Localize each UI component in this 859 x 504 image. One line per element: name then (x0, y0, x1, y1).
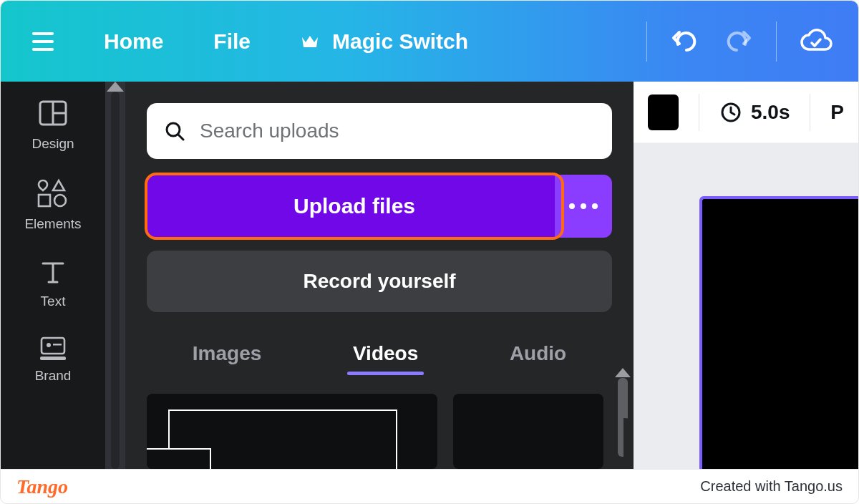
svg-rect-8 (40, 357, 66, 360)
tango-footer: Tango Created with Tango.us (1, 469, 858, 503)
toolbar-divider (810, 94, 810, 131)
rail-text-label: Text (41, 294, 66, 309)
svg-point-6 (47, 343, 51, 347)
tab-videos[interactable]: Videos (353, 342, 418, 375)
search-uploads[interactable] (147, 103, 612, 159)
rail-scrollbar[interactable] (105, 82, 125, 469)
more-icon (569, 203, 598, 209)
svg-rect-5 (42, 338, 64, 354)
svg-rect-7 (53, 344, 62, 346)
duration-button[interactable]: 5.0s (719, 101, 790, 124)
templates-icon (37, 97, 69, 129)
uploads-panel: Upload files Record yourself Images Vide… (125, 82, 634, 469)
rail-design-label: Design (31, 136, 74, 152)
svg-rect-3 (39, 195, 50, 206)
toolbar-divider (699, 94, 699, 131)
svg-point-4 (54, 195, 66, 206)
position-button[interactable]: P (830, 101, 844, 124)
brand-icon (37, 335, 69, 361)
uploads-grid (147, 394, 612, 469)
tab-images[interactable]: Images (193, 342, 262, 375)
redo-button[interactable] (712, 16, 763, 67)
selected-slide[interactable] (702, 199, 858, 469)
duration-value: 5.0s (751, 101, 790, 124)
cloud-check-icon (798, 28, 833, 55)
tango-credit: Created with Tango.us (700, 478, 843, 495)
toolbar-divider (776, 21, 777, 62)
rail-brand-label: Brand (35, 368, 72, 384)
rail-design[interactable]: Design (31, 97, 74, 152)
nav-home[interactable]: Home (104, 29, 163, 54)
record-yourself-button[interactable]: Record yourself (147, 251, 612, 312)
tango-logo: Tango (16, 475, 68, 498)
upload-more-options-button[interactable] (555, 175, 612, 238)
menu-button[interactable] (18, 16, 68, 67)
upload-thumbnail[interactable] (453, 394, 603, 469)
canvas-area: 5.0s P (634, 82, 858, 469)
top-bar: Home File Magic Switch (1, 1, 858, 82)
nav-magic-label: Magic Switch (332, 29, 468, 54)
canvas-toolbar: 5.0s P (634, 82, 858, 143)
crown-icon (301, 34, 319, 49)
shapes-icon (36, 178, 70, 209)
clock-icon (719, 101, 742, 124)
search-input[interactable] (200, 120, 595, 142)
canvas-stage[interactable] (634, 143, 858, 469)
tab-audio[interactable]: Audio (510, 342, 566, 375)
hamburger-icon (32, 32, 54, 51)
redo-icon (722, 29, 752, 54)
color-swatch-button[interactable] (648, 94, 679, 130)
rail-text[interactable]: Text (39, 258, 67, 309)
nav-magic-switch[interactable]: Magic Switch (301, 29, 468, 54)
toolbar-divider (646, 21, 647, 62)
nav-file[interactable]: File (213, 29, 251, 54)
search-icon (164, 120, 185, 142)
text-icon (39, 258, 67, 286)
rail-elements-label: Elements (24, 216, 81, 232)
cloud-sync-button[interactable] (790, 16, 841, 67)
rail-elements[interactable]: Elements (24, 178, 81, 232)
side-rail: Design Elements Text (1, 82, 105, 469)
svg-line-10 (178, 135, 183, 140)
undo-button[interactable] (660, 16, 712, 67)
rail-brand[interactable]: Brand (35, 335, 72, 384)
upload-files-button[interactable]: Upload files (147, 175, 562, 238)
undo-icon (671, 29, 701, 54)
top-nav: Home File Magic Switch (104, 29, 468, 54)
upload-thumbnail[interactable] (147, 394, 437, 469)
uploads-tabs: Images Videos Audio (147, 332, 612, 375)
